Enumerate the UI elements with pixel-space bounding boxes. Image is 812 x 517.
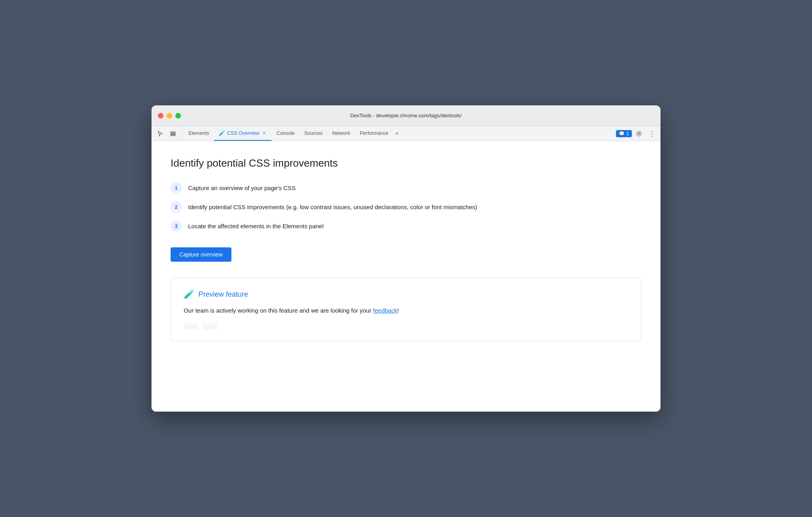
tab-sources[interactable]: Sources: [299, 126, 327, 141]
maximize-button[interactable]: [175, 113, 181, 119]
step-text-2: Identify potential CSS improvements (e.g…: [188, 201, 477, 212]
tab-network[interactable]: Network: [327, 126, 355, 141]
step-number-2: 2: [171, 201, 182, 212]
cursor-icon-button[interactable]: [155, 128, 166, 139]
preview-flask-icon: 🧪: [184, 289, 194, 299]
step-number-3: 3: [171, 220, 182, 231]
page-title: Identify potential CSS improvements: [171, 157, 641, 169]
svg-point-3: [638, 132, 640, 134]
settings-icon-button[interactable]: [633, 128, 645, 139]
list-item: 1 Capture an overview of your page's CSS: [171, 182, 641, 193]
notification-icon: 💬: [619, 131, 625, 136]
step-text-3: Locate the affected elements in the Elem…: [188, 220, 324, 231]
step-number-1: 1: [171, 182, 182, 193]
more-tabs-button[interactable]: »: [393, 126, 401, 141]
preview-button-1[interactable]: [184, 323, 198, 330]
capture-overview-button[interactable]: Capture overview: [171, 247, 231, 262]
tab-performance[interactable]: Performance: [355, 126, 393, 141]
svg-rect-2: [171, 134, 175, 136]
tab-close-icon[interactable]: ✕: [261, 130, 267, 136]
more-icon: ⋮: [649, 129, 655, 138]
steps-list: 1 Capture an overview of your page's CSS…: [171, 182, 641, 231]
tab-css-overview[interactable]: 🧪 CSS Overview ✕: [214, 126, 272, 141]
tab-elements[interactable]: Elements: [184, 126, 214, 141]
minimize-button[interactable]: [167, 113, 172, 119]
titlebar-url: DevTools - developer.chrome.com/tags/dev…: [350, 113, 462, 119]
notification-count: 1: [626, 131, 629, 136]
preview-body-text: Our team is actively working on this fea…: [184, 306, 628, 315]
step-text-1: Capture an overview of your page's CSS: [188, 182, 296, 193]
traffic-lights: [158, 113, 181, 119]
list-item: 3 Locate the affected elements in the El…: [171, 220, 641, 231]
close-button[interactable]: [158, 113, 163, 119]
tab-console[interactable]: Console: [272, 126, 299, 141]
preview-card: 🧪 Preview feature Our team is actively w…: [171, 278, 641, 341]
preview-header: 🧪 Preview feature: [184, 289, 628, 299]
devtools-window: DevTools - developer.chrome.com/tags/dev…: [152, 105, 660, 412]
devtools-toolbar: Elements 🧪 CSS Overview ✕ Console Source…: [152, 126, 660, 141]
svg-rect-0: [171, 132, 175, 133]
list-item: 2 Identify potential CSS improvements (e…: [171, 201, 641, 212]
toolbar-icon-group: [155, 126, 182, 141]
layers-icon-button[interactable]: [167, 128, 179, 139]
notification-badge[interactable]: 💬 1: [616, 130, 632, 137]
preview-footer: [184, 323, 628, 330]
preview-button-2[interactable]: [203, 323, 217, 330]
main-content: Identify potential CSS improvements 1 Ca…: [152, 141, 660, 412]
titlebar: DevTools - developer.chrome.com/tags/dev…: [152, 105, 660, 126]
toolbar-right: 💬 1 ⋮: [613, 126, 657, 141]
flask-icon: 🧪: [219, 130, 225, 136]
tab-list: Elements 🧪 CSS Overview ✕ Console Source…: [184, 126, 613, 141]
more-options-button[interactable]: ⋮: [646, 128, 657, 139]
feedback-link[interactable]: feedback: [373, 307, 397, 314]
svg-rect-1: [171, 133, 175, 134]
preview-title: Preview feature: [198, 290, 248, 299]
